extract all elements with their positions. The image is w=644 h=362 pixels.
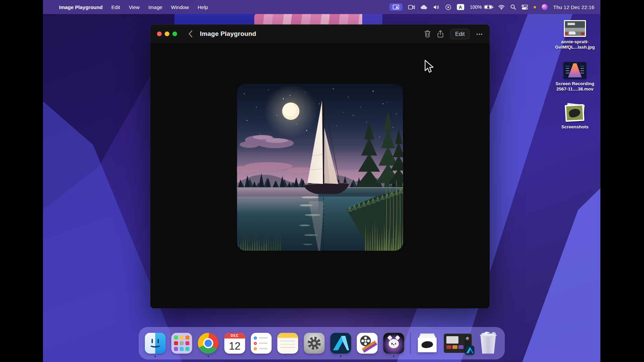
screenshots-stack-thumbnail[interactable] <box>563 103 587 122</box>
recording-indicator-icon <box>534 6 536 8</box>
control-center-icon[interactable] <box>522 5 528 10</box>
input-source-icon[interactable]: A <box>457 4 464 10</box>
affinity-badge-icon <box>465 346 474 355</box>
dock-minimized-window-icon[interactable] <box>443 334 472 353</box>
dock-downloads-stack-icon[interactable] <box>416 333 438 354</box>
dock-reminders-icon[interactable] <box>251 333 272 354</box>
running-indicator <box>208 356 209 357</box>
menu-help[interactable]: Help <box>198 4 208 10</box>
share-icon[interactable] <box>437 30 443 38</box>
more-options-button[interactable]: ••• <box>476 32 483 37</box>
desktop-file-video[interactable]: Screen Recording 2567-11....38.mov <box>546 62 600 92</box>
dock-calendar-icon[interactable]: DEC 12 <box>224 333 246 354</box>
gear-icon <box>307 336 322 351</box>
spotlight-search-icon[interactable] <box>511 4 516 10</box>
desktop-folder-label[interactable]: Screenshots <box>561 124 588 130</box>
desktop: Image Playground Edit View Image Window … <box>43 0 600 362</box>
battery-icon <box>484 5 492 9</box>
calendar-month: DEC <box>224 333 245 339</box>
dock-system-settings-icon[interactable] <box>304 333 325 354</box>
battery-percent: 100% <box>470 4 482 10</box>
window-titlebar[interactable]: Image Playground Edit ••• <box>150 24 490 43</box>
edit-button[interactable]: Edit <box>450 29 470 39</box>
dock-launchpad-icon[interactable] <box>171 333 193 354</box>
desktop-file-label[interactable]: annie-spratt- GviMfQL...lash.jpg <box>555 39 595 50</box>
menu-window[interactable]: Window <box>171 4 189 10</box>
dock: DEC 12 <box>139 327 505 359</box>
desktop-file-label[interactable]: Screen Recording 2567-11....38.mov <box>555 81 594 92</box>
calendar-day: 12 <box>224 339 245 354</box>
now-playing-icon[interactable] <box>445 4 451 10</box>
dock-finder-icon[interactable] <box>145 333 166 354</box>
desktop-folder-screenshots[interactable]: Screenshots <box>546 103 600 130</box>
back-button[interactable] <box>188 30 193 38</box>
dock-video-player-icon[interactable] <box>357 333 378 354</box>
dock-trash-icon[interactable] <box>477 333 499 354</box>
running-indicator <box>340 356 342 357</box>
volume-icon[interactable] <box>433 5 440 10</box>
siri-icon[interactable] <box>542 4 548 10</box>
menu-view[interactable]: View <box>129 4 140 10</box>
image-file-thumbnail[interactable] <box>564 20 586 37</box>
wifi-icon[interactable] <box>498 5 505 10</box>
camera-icon[interactable] <box>408 5 415 9</box>
image-playground-window: Image Playground Edit ••• <box>150 24 490 308</box>
dock-affinity-designer-icon[interactable] <box>330 333 352 354</box>
battery-status[interactable]: 100% <box>470 4 492 10</box>
dock-notes-icon[interactable] <box>277 333 299 354</box>
dock-image-playground-icon[interactable] <box>383 333 405 354</box>
minimize-button[interactable] <box>165 32 169 36</box>
running-indicator <box>393 356 395 357</box>
video-file-thumbnail[interactable] <box>564 62 586 79</box>
menu-image[interactable]: Image <box>148 4 162 10</box>
dock-separator <box>410 333 411 354</box>
close-button[interactable] <box>157 32 162 36</box>
menu-bar-clock[interactable]: Thu 12 Dec 22:16 <box>553 4 594 10</box>
screen-mirroring-icon[interactable] <box>389 3 402 11</box>
delete-icon[interactable] <box>424 30 431 38</box>
dock-chrome-icon[interactable] <box>198 333 219 354</box>
cloud-icon[interactable] <box>421 5 428 9</box>
menu-edit[interactable]: Edit <box>111 4 120 10</box>
generated-sailboat-image[interactable] <box>237 84 403 251</box>
zoom-button[interactable] <box>172 32 177 36</box>
menu-bar: Image Playground Edit View Image Window … <box>43 0 600 14</box>
running-indicator <box>155 356 156 357</box>
app-menu-title[interactable]: Image Playground <box>59 4 103 10</box>
desktop-file-image[interactable]: annie-spratt- GviMfQL...lash.jpg <box>546 20 600 50</box>
mouse-cursor <box>424 60 434 75</box>
window-title: Image Playground <box>200 30 256 38</box>
